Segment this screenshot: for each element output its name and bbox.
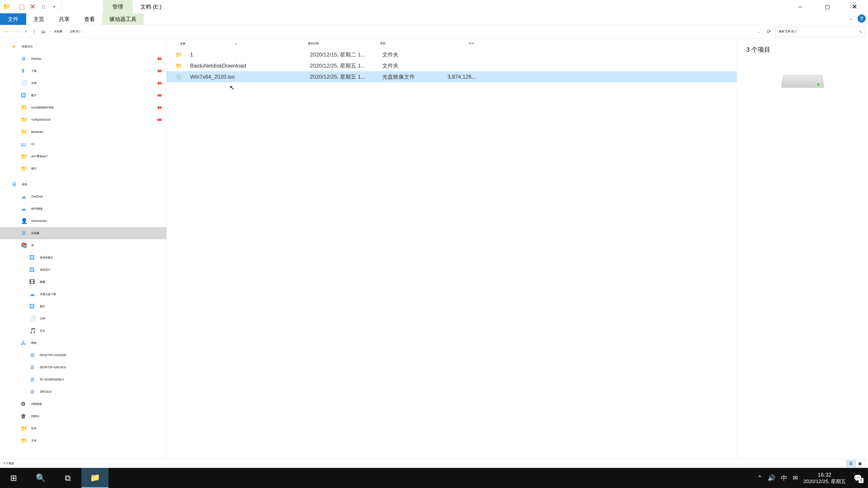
volume-icon[interactable]: 🔊 (768, 474, 776, 482)
chevron-right-icon[interactable]: › (81, 30, 87, 33)
action-center-icon[interactable]: 💬3 (851, 472, 864, 484)
breadcrumb[interactable]: 🖴 › 此电脑 › 文档 (E:) › (40, 27, 755, 36)
nav-files[interactable]: 📁文件 (0, 434, 166, 447)
clock[interactable]: 16:32 2020/12/25, 星期五 (803, 471, 846, 485)
nav-camera-roll[interactable]: 🖼本机照片 (0, 264, 166, 276)
tab-drive-tools[interactable]: 驱动器工具 (102, 13, 144, 25)
nav-yunqishi[interactable]: 📁YUNQISHI2019📌 (0, 113, 166, 126)
properties-icon[interactable]: ▢ (17, 2, 26, 11)
nav-wps[interactable]: ☁WPS网盘 (0, 203, 166, 215)
chevron-right-icon[interactable]: › (48, 30, 53, 33)
cell-date: 2020/12/25, 星期五 1... (305, 73, 378, 80)
search-button[interactable]: 🔍 (27, 468, 54, 488)
search-icon[interactable]: 🔍 (859, 30, 862, 33)
icons-view-button[interactable]: ▦ (855, 460, 864, 467)
nav-net-pc-4[interactable]: 🖥ZMT2019 (0, 386, 166, 398)
nav-libraries[interactable]: 📚库 (0, 239, 166, 252)
tray-app-icon[interactable]: ✉ (793, 474, 798, 482)
status-text: 3 个项目 (4, 462, 14, 465)
breadcrumb-segment[interactable]: 此电脑 (53, 30, 63, 33)
start-button[interactable]: ⊞ (0, 468, 27, 488)
nav-documents[interactable]: 📄文档📌 (0, 77, 166, 89)
nav-label: 快速访问 (22, 45, 33, 48)
nav-downloads[interactable]: ⬇下载📌 (0, 65, 166, 77)
nav-administrator[interactable]: 👤Administrator (0, 215, 166, 227)
navigation-pane[interactable]: ★快速访问 🖥Desktop📌 ⬇下载📌 📄文档📌 🖼图片📌 📁excel表格制… (0, 38, 166, 459)
back-button[interactable]: ← (2, 27, 12, 36)
ime-indicator[interactable]: 中 (781, 474, 787, 482)
refresh-icon[interactable]: ⟳ (765, 29, 773, 35)
details-pane: 3 个项目 (737, 38, 868, 459)
undo-icon[interactable]: ⎌ (39, 2, 48, 11)
pc-icon: 🖥 (21, 230, 29, 236)
minimize-button[interactable]: ─ (786, 0, 814, 13)
help-icon[interactable]: ? (858, 14, 866, 23)
expand-ribbon-icon[interactable]: ⌄ (847, 14, 855, 23)
nav-saved-pictures[interactable]: 🖼保存的图片 (0, 252, 166, 264)
titlebar: 📁 ▢ ✕ ⎌ ▾ 管理 文档 (E:) ─ ▢ ✕ (0, 0, 868, 13)
col-size[interactable]: 大小 (436, 41, 478, 45)
history-dropdown-icon[interactable]: ▾ (25, 29, 27, 34)
nav-net-pc-3[interactable]: 🖥PC-20190530OBLA (0, 373, 166, 386)
nav-network[interactable]: 🖧网络 (0, 337, 166, 349)
file-row[interactable]: 📁 BaiduNetdiskDownload 2020/12/25, 星期五 1… (166, 60, 737, 71)
file-rows[interactable]: 📁 1 2020/12/15, 星期二 1... 文件夹 📁 BaiduNetd… (166, 49, 737, 459)
up-button[interactable]: ↑ (29, 27, 39, 36)
tab-home[interactable]: 主页 (26, 13, 52, 25)
tray-chevron-up-icon[interactable]: ⌃ (757, 474, 762, 482)
file-row-selected[interactable]: 💿 Win7x64_2020.iso 2020/12/25, 星期五 1... … (166, 71, 737, 82)
nav-videos[interactable]: 🎞视频 (0, 276, 166, 288)
address-dropdown-icon[interactable]: ⌄ (757, 29, 761, 34)
tab-share[interactable]: 共享 (52, 13, 77, 25)
file-row[interactable]: 📁 1 2020/12/15, 星期二 1... 文件夹 (166, 49, 737, 60)
nav-bandicam[interactable]: 📁Bandicam (0, 126, 166, 138)
user-icon: 👤 (21, 218, 29, 224)
folder-icon: 📁 (21, 104, 29, 111)
taskbar-explorer[interactable]: 📁 (81, 468, 108, 488)
nav-desktop[interactable]: 🖥Desktop📌 (0, 53, 166, 65)
col-type[interactable]: 类型 (376, 41, 436, 45)
breadcrumb-segment[interactable]: 文档 (E:) (69, 30, 81, 33)
download-icon: ⬇ (21, 68, 29, 74)
chevron-right-icon[interactable]: › (63, 30, 69, 33)
nav-pictures-3[interactable]: 🖼图片 (0, 300, 166, 313)
search-input[interactable]: 搜索"文档 (E:)" 🔍 (775, 27, 866, 36)
delete-icon[interactable]: ✕ (28, 2, 37, 11)
forward-button[interactable]: → (13, 27, 22, 36)
details-view-button[interactable]: ☰ (846, 460, 855, 467)
separator (62, 2, 62, 11)
nav-software[interactable]: 📁软件 (0, 422, 166, 434)
nav-quick-access[interactable]: ★快速访问 (0, 40, 166, 53)
nav-net-pc-1[interactable]: 🖥DESKTOP-LSSOEDP (0, 349, 166, 361)
nav-this-pc[interactable]: 🖥此电脑 (0, 227, 166, 239)
nav-pictures[interactable]: 🖼图片📌 (0, 89, 166, 101)
col-name[interactable]: 名称▴ (176, 41, 303, 46)
nav-recycle-bin[interactable]: 🗑回收站 (0, 410, 166, 422)
close-button[interactable]: ✕ (841, 0, 868, 13)
nav-excel-folder[interactable]: 📁excel表格制作求和📌 (0, 101, 166, 113)
pc-icon: 🖥 (29, 352, 37, 358)
tab-view[interactable]: 查看 (77, 13, 102, 25)
task-view-button[interactable]: ⧉ (54, 468, 81, 488)
nav-music[interactable]: 🎵音乐 (0, 325, 166, 337)
nav-label: 图片 (40, 304, 45, 308)
nav-desktop-root[interactable]: 🖥桌面 (0, 178, 166, 191)
folder-icon: 📁 (21, 165, 29, 172)
nav-control-panel[interactable]: ⚙控制面板 (0, 398, 166, 410)
nav-tianyi[interactable]: ☁天翼云盘下载 (0, 288, 166, 300)
col-date[interactable]: 修改日期 (303, 41, 376, 45)
tab-file[interactable]: 文件 (0, 13, 26, 25)
explorer-window: 📁 ▢ ✕ ⎌ ▾ 管理 文档 (E:) ─ ▢ ✕ 文件 主页 共享 查看 驱… (0, 0, 868, 468)
qat-dropdown-icon[interactable]: ▾ (50, 2, 59, 11)
nav-onedrive[interactable]: ☁OneDrive (0, 191, 166, 203)
nav-win7-reinstall[interactable]: 📁win7重装win7 (0, 150, 166, 162)
nav-gdrive[interactable]: 🖴G:\ (0, 138, 166, 150)
nav-pictures-2[interactable]: 📁图片 (0, 162, 166, 175)
nav-net-pc-2[interactable]: 🖥DESKTOP-NJEU3CG (0, 361, 166, 373)
col-label: 名称 (180, 42, 186, 45)
app-icon[interactable]: 📁 (2, 2, 11, 11)
maximize-button[interactable]: ▢ (814, 0, 841, 13)
nav-label: 本机照片 (40, 268, 51, 272)
nav-documents-2[interactable]: 📄文档 (0, 313, 166, 325)
nav-label: WPS网盘 (31, 207, 43, 211)
